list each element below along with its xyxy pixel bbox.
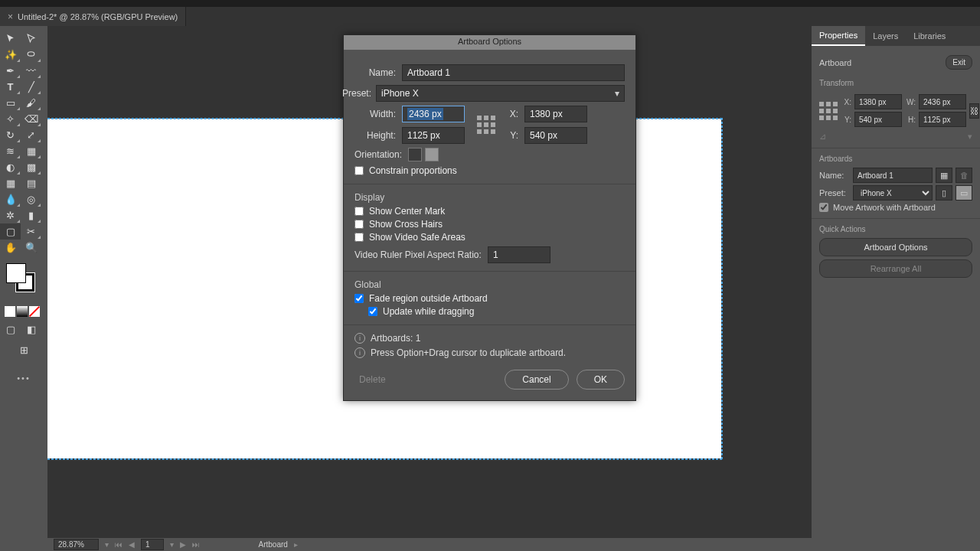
shaper-tool-icon[interactable]: ✧ xyxy=(0,111,21,127)
line-tool-icon[interactable]: ╱ xyxy=(21,79,41,95)
artboard-nav-field[interactable]: 1 xyxy=(141,539,165,550)
w-field[interactable] xyxy=(919,94,966,109)
fade-region-checkbox[interactable] xyxy=(354,294,364,303)
move-artwork-checkbox[interactable] xyxy=(819,203,828,212)
orientation-portrait-icon[interactable]: ▯ xyxy=(936,185,952,201)
column-graph-tool-icon[interactable]: ▮ xyxy=(21,207,41,223)
selection-tool-icon[interactable] xyxy=(0,31,21,47)
close-icon[interactable]: × xyxy=(8,11,13,22)
tab-properties[interactable]: Properties xyxy=(812,26,865,46)
show-cross-checkbox[interactable] xyxy=(354,220,364,229)
show-safe-checkbox[interactable] xyxy=(354,233,364,242)
dialog-title: Artboard Options xyxy=(344,35,635,50)
tab-layers[interactable]: Layers xyxy=(865,26,906,46)
reference-point-icon[interactable] xyxy=(819,102,838,120)
scale-tool-icon[interactable]: ⤢ xyxy=(21,127,41,143)
nav-prev-icon[interactable]: ◀ xyxy=(129,540,135,549)
delete-artboard-icon[interactable]: 🗑 xyxy=(956,168,972,183)
h-field[interactable] xyxy=(919,112,966,127)
nav-last-icon[interactable]: ⏭ xyxy=(192,540,200,549)
artboard-tool-icon[interactable]: ▢ xyxy=(0,223,21,240)
transform-header: Transform xyxy=(819,79,972,87)
rearrange-all-button: Rearrange All xyxy=(819,259,972,278)
fill-swatch[interactable] xyxy=(6,263,26,283)
rectangle-tool-icon[interactable]: ▭ xyxy=(0,95,21,111)
document-tabbar: × Untitled-2* @ 28.87% (RGB/GPU Preview) xyxy=(0,7,980,26)
color-swatches[interactable] xyxy=(0,263,47,294)
hand-tool-icon[interactable]: ✋ xyxy=(0,240,21,256)
show-center-checkbox[interactable] xyxy=(354,207,364,216)
gradient-tool-icon[interactable]: ▤ xyxy=(21,175,41,191)
magic-wand-tool-icon[interactable]: ✨ xyxy=(0,47,21,63)
y-field[interactable] xyxy=(854,112,902,127)
ok-button[interactable]: OK xyxy=(577,370,625,390)
width-input[interactable]: 2436 px xyxy=(402,106,465,122)
orientation-landscape-button[interactable] xyxy=(425,148,439,161)
zoom-field[interactable]: 28.87% xyxy=(54,539,99,550)
width-tool-icon[interactable]: ≋ xyxy=(0,143,21,159)
info-icon: i xyxy=(354,333,365,344)
tools-panel: ✨ ✒〰 T╱ ▭🖌 ✧⌫ ↻⤢ ≋▦ ◐▩ ▦▤ 💧◎ ✲▮ ▢✂ ✋🔍 ▢◧… xyxy=(0,26,47,551)
blend-tool-icon[interactable]: ◎ xyxy=(21,191,41,207)
artboard-options-dialog: Artboard Options Name: Preset: iPhone X … xyxy=(343,34,636,401)
x-field[interactable] xyxy=(854,94,902,109)
artboard-edge xyxy=(47,458,722,460)
preset-select[interactable]: iPhone X xyxy=(376,85,625,102)
y-input[interactable] xyxy=(524,127,587,144)
update-dragging-checkbox[interactable] xyxy=(368,307,377,316)
perspective-grid-tool-icon[interactable]: ▩ xyxy=(21,159,41,175)
artboards-header: Artboards xyxy=(819,155,972,163)
pen-tool-icon[interactable]: ✒ xyxy=(0,63,21,79)
lasso-tool-icon[interactable] xyxy=(21,47,41,63)
curvature-tool-icon[interactable]: 〰 xyxy=(21,63,41,79)
paintbrush-tool-icon[interactable]: 🖌 xyxy=(21,95,41,111)
tab-title: Untitled-2* @ 28.87% (RGB/GPU Preview) xyxy=(18,12,178,21)
status-text: Artboard xyxy=(258,540,287,549)
cancel-button[interactable]: Cancel xyxy=(505,370,568,390)
orientation-portrait-button[interactable] xyxy=(408,148,422,161)
reference-point-icon[interactable] xyxy=(477,116,495,134)
ruler-ratio-input[interactable] xyxy=(488,246,550,263)
exit-button[interactable]: Exit xyxy=(946,55,972,70)
shape-builder-tool-icon[interactable]: ◐ xyxy=(0,159,21,175)
eyedropper-tool-icon[interactable]: 💧 xyxy=(0,191,21,207)
nav-next-icon[interactable]: ▶ xyxy=(180,540,186,549)
panel-tabs: Properties Layers Libraries xyxy=(812,26,980,46)
rotate-tool-icon[interactable]: ↻ xyxy=(0,127,21,143)
slice-tool-icon[interactable]: ✂ xyxy=(21,223,41,240)
direct-selection-tool-icon[interactable] xyxy=(21,31,41,47)
zoom-tool-icon[interactable]: 🔍 xyxy=(21,240,41,256)
app-titlebar xyxy=(0,0,980,7)
link-wh-icon[interactable]: ⛓ xyxy=(969,103,979,119)
orientation-landscape-icon[interactable]: ▭ xyxy=(956,185,972,201)
draw-mode-icon[interactable]: ◧ xyxy=(21,321,41,337)
nav-first-icon[interactable]: ⏮ xyxy=(115,540,122,549)
delete-button: Delete xyxy=(354,370,403,390)
screen-mode-icon[interactable]: ▢ xyxy=(0,321,21,337)
artboard-options-icon[interactable]: ▦ xyxy=(936,168,952,183)
free-transform-tool-icon[interactable]: ▦ xyxy=(21,143,41,159)
constrain-checkbox[interactable] xyxy=(354,166,364,175)
color-mode-icon[interactable] xyxy=(5,306,15,317)
edit-toolbar-icon[interactable]: ⊞ xyxy=(14,342,34,358)
eraser-tool-icon[interactable]: ⌫ xyxy=(21,111,41,127)
selection-type: Artboard xyxy=(819,58,851,67)
mesh-tool-icon[interactable]: ▦ xyxy=(0,175,21,191)
tab-libraries[interactable]: Libraries xyxy=(906,26,953,46)
x-input[interactable] xyxy=(524,106,587,122)
svg-point-0 xyxy=(28,52,34,56)
gradient-mode-icon[interactable] xyxy=(17,306,28,317)
none-mode-icon[interactable] xyxy=(29,306,40,317)
name-input[interactable] xyxy=(402,64,625,81)
more-tools-icon[interactable]: ••• xyxy=(0,373,47,383)
right-panels: Properties Layers Libraries Artboard Exi… xyxy=(812,26,980,551)
document-tab[interactable]: × Untitled-2* @ 28.87% (RGB/GPU Preview) xyxy=(0,7,186,26)
preset-select[interactable]: iPhone X xyxy=(853,185,933,201)
artboard-options-button[interactable]: Artboard Options xyxy=(819,238,972,256)
artboard-edge xyxy=(721,118,723,459)
type-tool-icon[interactable]: T xyxy=(0,79,21,95)
height-input[interactable] xyxy=(402,127,465,144)
quick-actions-header: Quick Actions xyxy=(819,225,972,233)
artboard-name-field[interactable] xyxy=(853,168,933,183)
symbol-sprayer-tool-icon[interactable]: ✲ xyxy=(0,207,21,223)
